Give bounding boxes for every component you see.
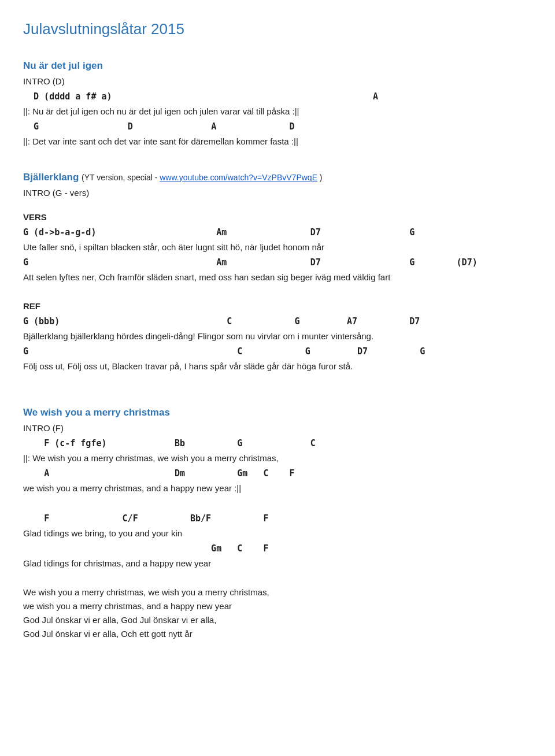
lyric-line: Följ oss ut, Följ oss ut, Blacken travar… [23, 360, 532, 373]
youtube-link[interactable]: www.youtube.com/watch?v=VzPBvV7PwqE [160, 173, 317, 182]
chord-line: G (bbb) C G A7 D7 [23, 314, 532, 328]
song-title-3: We wish you a merry christmas [23, 405, 532, 420]
lyric-line: we wish you a merry christmas, and a hap… [23, 481, 532, 495]
chord-line: G D A D [23, 120, 532, 134]
chord-line: Gm C F [23, 542, 532, 555]
lyric-line: Ute faller snö, i spiltan blacken står, … [23, 240, 532, 254]
lyric-line: Glad tidings for christmas, and a happy … [23, 557, 532, 570]
lyric-line: ||: Det var inte sant och det var inte s… [23, 135, 532, 149]
song-bjallerklang: Bjällerklang (YT version, special - www.… [23, 169, 532, 373]
vers-label: VERS [23, 210, 532, 224]
lyric-line: Bjällerklang bjällerklang hördes dingeli… [23, 329, 532, 343]
lyric-line: we wish you a merry christmas, and a hap… [23, 599, 532, 613]
lyric-line: ||: Nu är det jul igen och nu är det jul… [23, 105, 532, 118]
we-wish-block-1: F (c-f fgfe) Bb G C ||: We wish you a me… [23, 436, 532, 495]
song-we-wish: We wish you a merry christmas INTRO (F) … [23, 405, 532, 641]
chord-line: G Am D7 G (D7) [23, 255, 532, 269]
song-title-1: Nu är det jul igen [23, 58, 532, 73]
chord-line: D (dddd a f# a) A [23, 90, 532, 103]
lyric-line: God Jul önskar vi er alla, Och ett gott … [23, 627, 532, 641]
vers-block: VERS G (d->b-a-g-d) Am D7 G Ute faller s… [23, 210, 532, 284]
song-nu-ar-det-jul: Nu är det jul igen INTRO (D) D (dddd a f… [23, 58, 532, 149]
lyric-line: God Jul önskar vi er alla, God Jul önska… [23, 613, 532, 627]
lyric-line: We wish you a merry christmas, we wish y… [23, 585, 532, 599]
ref-label: REF [23, 299, 532, 313]
lyric-line: Att selen lyftes ner, Och framför släden… [23, 270, 532, 284]
song-title-2: Bjällerklang (YT version, special - www.… [23, 169, 532, 185]
lyric-line: Glad tidings we bring, to you and your k… [23, 527, 532, 540]
chord-line: F (c-f fgfe) Bb G C [23, 436, 532, 450]
verse-block-1: D (dddd a f# a) A ||: Nu är det jul igen… [23, 90, 532, 149]
section-intro-3: INTRO (F) [23, 421, 532, 435]
chord-line: A Dm Gm C F [23, 466, 532, 480]
we-wish-block-2: F C/F Bb/F F Glad tidings we bring, to y… [23, 512, 532, 570]
we-wish-block-3: We wish you a merry christmas, we wish y… [23, 585, 532, 641]
lyric-line: ||: We wish you a merry christmas, we wi… [23, 451, 532, 465]
chord-line: G (d->b-a-g-d) Am D7 G [23, 225, 532, 239]
chord-line: G C G D7 G [23, 344, 532, 358]
page-title: Julavslutningslåtar 2015 [23, 17, 532, 42]
chord-line: F C/F Bb/F F [23, 512, 532, 525]
ref-block: REF G (bbb) C G A7 D7 Bjällerklang bjäll… [23, 299, 532, 373]
song-subtitle-2: (YT version, special - www.youtube.com/w… [82, 173, 322, 182]
section-intro-2: INTRO (G - vers) [23, 186, 532, 200]
section-intro-1: INTRO (D) [23, 75, 532, 88]
